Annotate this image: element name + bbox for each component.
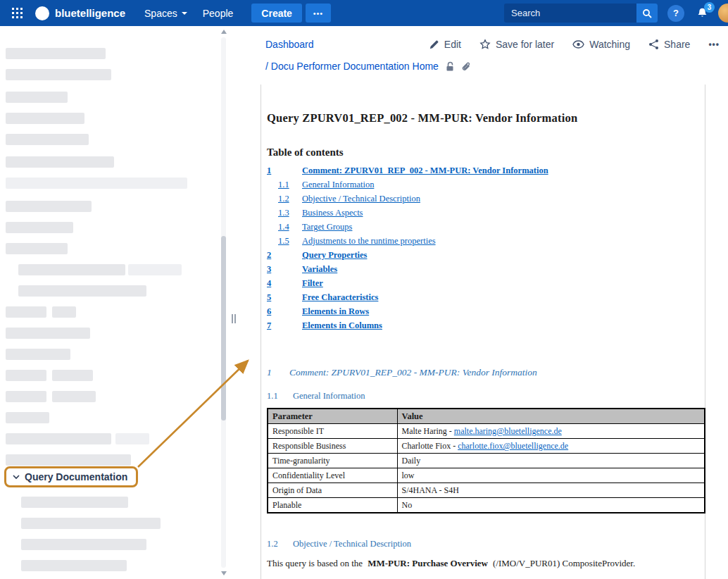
toc-link[interactable]: Variables xyxy=(302,264,337,275)
sidebar-page-item-placeholder[interactable] xyxy=(21,539,146,550)
sidebar-page-item-placeholder[interactable] xyxy=(6,178,187,189)
toc-link[interactable]: Filter xyxy=(302,278,323,289)
toc-entry: 6Elements in Rows xyxy=(267,306,705,320)
sidebar-resize-handle[interactable] xyxy=(232,314,236,323)
sidebar-page-item-placeholder[interactable] xyxy=(18,264,125,275)
sidebar-page-item-placeholder[interactable] xyxy=(52,306,76,318)
sidebar-page-item-placeholder[interactable] xyxy=(6,156,114,168)
toc-link[interactable]: Target Groups xyxy=(302,222,352,232)
toc-link[interactable]: Comment: ZPURV01_REP_002 - MM-PUR: Vendo… xyxy=(302,166,548,176)
notifications-button[interactable]: 3 xyxy=(693,4,711,23)
document-page: Query ZPURV01_REP_002 - MM-PUR: Vendor I… xyxy=(261,85,705,579)
sidebar-page-item-placeholder[interactable] xyxy=(6,454,131,466)
sidebar-page-item-placeholder[interactable] xyxy=(6,134,89,145)
email-link[interactable]: malte.haring@bluetelligence.de xyxy=(454,426,562,436)
toc-number-link[interactable]: 2 xyxy=(267,250,271,260)
share-button[interactable]: Share xyxy=(648,39,690,50)
toc-link[interactable]: Objective / Technical Description xyxy=(302,194,420,204)
value-cell: S/4HANA - S4H xyxy=(397,483,705,498)
nav-people[interactable]: People xyxy=(195,4,241,23)
table-row: Confidentiality Levellow xyxy=(268,468,705,483)
sidebar-page-item-placeholder[interactable] xyxy=(6,328,90,339)
sidebar-page-item-placeholder[interactable] xyxy=(6,370,46,381)
sidebar-page-item-placeholder[interactable] xyxy=(21,560,127,571)
sidebar-page-item-placeholder[interactable] xyxy=(21,518,161,529)
toc-number-link[interactable]: 1.2 xyxy=(278,194,289,204)
toc-link[interactable]: Query Properties xyxy=(302,250,367,261)
sidebar-page-item-placeholder[interactable] xyxy=(52,370,93,381)
value-text: Daily xyxy=(402,456,421,466)
breadcrumb-doc-home-link[interactable]: / Docu Performer Documentation Home xyxy=(265,61,439,72)
sidebar-page-item-placeholder[interactable] xyxy=(6,201,92,212)
toc-title: Table of contents xyxy=(267,147,705,158)
watching-button[interactable]: Watching xyxy=(572,39,630,50)
sidebar-page-item-placeholder[interactable] xyxy=(6,48,106,59)
sidebar-page-item-placeholder[interactable] xyxy=(6,92,68,103)
email-link[interactable]: charlotte.fiox@bluetelligence.de xyxy=(458,441,568,451)
toc-number-link[interactable]: 1.5 xyxy=(278,236,289,246)
section-number: 1.1 xyxy=(267,391,293,401)
toc-link[interactable]: Business Aspects xyxy=(302,208,363,218)
toc-number-link[interactable]: 3 xyxy=(267,264,271,274)
app-switcher-button[interactable] xyxy=(7,4,27,23)
sidebar-page-item-placeholder[interactable] xyxy=(6,222,73,233)
sidebar-page-item-placeholder[interactable] xyxy=(21,497,128,508)
value-text: low xyxy=(402,471,415,480)
sidebar-page-item-placeholder[interactable] xyxy=(6,412,49,423)
create-button[interactable]: Create xyxy=(251,4,302,23)
unlocked-padlock-icon xyxy=(445,61,455,72)
page-more-button[interactable]: ••• xyxy=(708,39,720,49)
sidebar-page-item-placeholder[interactable] xyxy=(52,391,96,402)
toc-number-link[interactable]: 4 xyxy=(267,278,271,288)
search-input[interactable] xyxy=(504,8,636,18)
toc-number-link[interactable]: 1.4 xyxy=(278,222,289,232)
sidebar-page-item-placeholder[interactable] xyxy=(115,433,149,444)
toc-link[interactable]: General Information xyxy=(302,180,374,190)
toc-link[interactable]: Adjustments to the runtime properties xyxy=(302,236,436,247)
toc-link[interactable]: Elements in Rows xyxy=(302,306,369,317)
toc-entry: 1.2Objective / Technical Description xyxy=(267,194,705,208)
sidebar-page-item-placeholder[interactable] xyxy=(128,264,182,275)
sidebar-page-item-placeholder[interactable] xyxy=(6,243,68,254)
scrollbar-thumb[interactable] xyxy=(221,236,226,421)
pencil-icon xyxy=(429,39,439,50)
breadcrumb-dashboard-link[interactable]: Dashboard xyxy=(265,39,314,50)
toc-number-link[interactable]: 1.1 xyxy=(278,180,289,189)
value-cell: Daily xyxy=(397,454,705,468)
toc-link[interactable]: Free Characteristics xyxy=(302,292,378,303)
sidebar-item-query-documentation[interactable]: Query Documentation xyxy=(4,466,138,487)
toc-link[interactable]: Elements in Columns xyxy=(302,320,382,331)
sidebar-page-item-placeholder[interactable] xyxy=(6,69,111,80)
edit-button[interactable]: Edit xyxy=(429,39,461,50)
scroll-down-arrow-icon[interactable] xyxy=(221,571,227,575)
scroll-up-arrow-icon[interactable] xyxy=(221,30,227,34)
toc-entry: 1.4Target Groups xyxy=(267,222,705,236)
section-heading-1-2: 1.2Objective / Technical Description xyxy=(267,539,705,549)
share-icon xyxy=(648,39,659,50)
toc-number-link[interactable]: 6 xyxy=(267,306,271,316)
sidebar-page-item-placeholder[interactable] xyxy=(18,285,146,297)
toc-number-link[interactable]: 1 xyxy=(267,166,271,175)
toc-number-link[interactable]: 7 xyxy=(267,320,271,330)
sidebar-page-item-placeholder[interactable] xyxy=(6,306,46,318)
nav-spaces[interactable]: Spaces xyxy=(137,4,195,23)
sidebar-page-item-placeholder[interactable] xyxy=(6,433,111,444)
value-cell: Malte Haring - malte.haring@bluetelligen… xyxy=(397,424,705,439)
topbar-more-button[interactable]: ••• xyxy=(306,4,331,23)
parameter-cell: Responsible Business xyxy=(268,439,397,454)
table-of-contents: 1Comment: ZPURV01_REP_002 - MM-PUR: Vend… xyxy=(267,166,705,335)
toc-number-link[interactable]: 5 xyxy=(267,292,271,302)
sidebar-page-item-placeholder[interactable] xyxy=(6,113,84,124)
parameter-cell: Planable xyxy=(268,498,397,513)
sidebar-scrollbar[interactable] xyxy=(220,26,228,579)
parameter-header: Parameter xyxy=(268,409,397,424)
sidebar-page-item-placeholder[interactable] xyxy=(6,349,70,360)
user-avatar[interactable] xyxy=(718,4,728,23)
question-mark-icon: ? xyxy=(673,8,679,18)
help-button[interactable]: ? xyxy=(667,5,684,22)
search-button[interactable] xyxy=(636,4,658,23)
value-cell: Charlotte Fiox - charlotte.fiox@bluetell… xyxy=(397,439,705,454)
toc-number-link[interactable]: 1.3 xyxy=(278,208,289,218)
sidebar-page-item-placeholder[interactable] xyxy=(6,391,46,402)
save-for-later-button[interactable]: Save for later xyxy=(479,39,554,50)
